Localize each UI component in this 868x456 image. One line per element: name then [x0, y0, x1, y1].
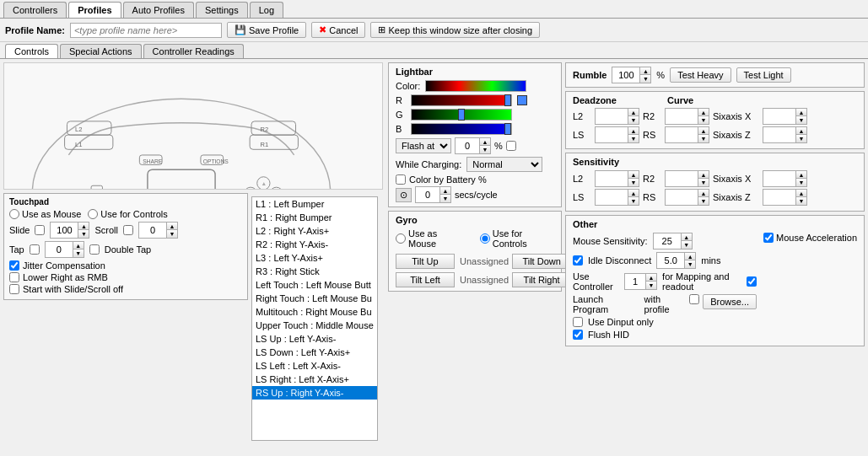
- idle-up[interactable]: ▲: [685, 253, 695, 260]
- list-item[interactable]: LS Left : Left X-Axis-: [252, 359, 377, 373]
- dz-rs-down[interactable]: ▼: [698, 135, 709, 142]
- dz-ls-down[interactable]: ▼: [628, 135, 639, 142]
- start-slide-checkbox[interactable]: [9, 284, 19, 294]
- sens-r2-value[interactable]: 1.00: [666, 171, 698, 186]
- sens-six-z-up[interactable]: ▲: [796, 190, 806, 197]
- profile-name-input[interactable]: [70, 23, 222, 38]
- r-slider[interactable]: [411, 94, 512, 106]
- dz-r2-down[interactable]: ▼: [698, 116, 709, 124]
- save-profile-button[interactable]: 💾 Save Profile: [227, 22, 306, 38]
- idle-value[interactable]: 5.0: [657, 253, 684, 268]
- flash-up-btn[interactable]: ▲: [480, 138, 490, 146]
- slide-value[interactable]: 100: [51, 223, 78, 238]
- color-battery-checkbox[interactable]: [396, 174, 406, 185]
- dz-ls-value[interactable]: 0.00: [596, 127, 628, 142]
- sens-sixaxis-z-value[interactable]: 1.00: [763, 190, 795, 205]
- launch-profile-checkbox[interactable]: [689, 294, 699, 304]
- browse-button[interactable]: Browse...: [703, 294, 757, 309]
- list-item[interactable]: L2 : Right Y-Axis+: [252, 224, 377, 238]
- slide-down-btn[interactable]: ▼: [78, 230, 89, 238]
- ctrl-down[interactable]: ▼: [646, 282, 656, 289]
- flash-checkbox[interactable]: [506, 141, 516, 151]
- sens-six-z-down[interactable]: ▼: [796, 197, 806, 205]
- list-item[interactable]: Upper Touch : Middle Mouse: [252, 319, 377, 332]
- touchpad-tap-checkbox[interactable]: [30, 244, 40, 255]
- dz-six-z-down[interactable]: ▼: [796, 135, 806, 142]
- use-dinput-checkbox[interactable]: [573, 317, 583, 327]
- b-slider[interactable]: [411, 123, 512, 135]
- rumble-up-btn[interactable]: ▲: [640, 67, 650, 75]
- dz-six-z-up[interactable]: ▲: [796, 127, 806, 135]
- sens-ls-value[interactable]: 1.00: [596, 190, 628, 205]
- secs-value[interactable]: [416, 187, 439, 202]
- idle-disconnect-checkbox[interactable]: [573, 255, 583, 266]
- flash-select[interactable]: Flash at: [396, 138, 451, 153]
- sens-r2-up[interactable]: ▲: [698, 171, 709, 179]
- tilt-left-btn[interactable]: Tilt Left: [396, 272, 455, 287]
- sens-ls-down[interactable]: ▼: [628, 197, 639, 205]
- flush-hid-checkbox[interactable]: [573, 330, 583, 340]
- sens-sixaxis-x-value[interactable]: 1.00: [763, 171, 795, 186]
- list-item[interactable]: R1 : Right Bumper: [252, 211, 377, 224]
- touchpad-doubletap-checkbox[interactable]: [89, 244, 100, 255]
- list-item[interactable]: RS Up : Right Y-Axis-: [252, 386, 377, 400]
- list-item[interactable]: Multitouch : Right Mouse Bu: [252, 305, 377, 319]
- slide-up-btn[interactable]: ▲: [78, 223, 89, 230]
- tilt-down-btn[interactable]: Tilt Down: [512, 254, 571, 269]
- charging-select[interactable]: Normal Pulse Blink: [466, 157, 542, 172]
- touchpad-scroll-checkbox[interactable]: [123, 225, 133, 235]
- tab-controllers[interactable]: Controllers: [3, 2, 67, 18]
- sens-six-x-down[interactable]: ▼: [796, 179, 806, 186]
- list-item[interactable]: Left Touch : Left Mouse Butt: [252, 278, 377, 292]
- mouse-sens-value[interactable]: 25: [654, 233, 681, 249]
- list-item[interactable]: LS Down : Left Y-Axis+: [252, 346, 377, 359]
- tap-value[interactable]: 0: [46, 242, 73, 257]
- tab-log[interactable]: Log: [250, 2, 283, 18]
- sens-rs-down[interactable]: ▼: [698, 197, 709, 205]
- sub-tab-special-actions[interactable]: Special Actions: [60, 44, 142, 58]
- tab-profiles[interactable]: Profiles: [68, 2, 121, 18]
- lower-right-rmb-checkbox[interactable]: [9, 272, 19, 282]
- sub-tab-controller-readings[interactable]: Controller Readings: [143, 44, 244, 58]
- mouse-accel-checkbox[interactable]: [763, 233, 774, 243]
- scroll-down-btn[interactable]: ▼: [167, 230, 177, 238]
- list-item[interactable]: LS Right : Left X-Axis+: [252, 373, 377, 386]
- dz-rs-value[interactable]: 0.00: [666, 127, 698, 142]
- gyro-use-controls-radio[interactable]: [480, 233, 490, 244]
- sens-six-x-up[interactable]: ▲: [796, 171, 806, 179]
- touchpad-use-controls-radio[interactable]: [88, 209, 98, 219]
- rumble-value[interactable]: 100: [612, 67, 639, 83]
- dz-six-x-down[interactable]: ▼: [796, 116, 806, 124]
- tilt-up-btn[interactable]: Tilt Up: [396, 254, 455, 269]
- tab-auto-profiles[interactable]: Auto Profiles: [123, 2, 194, 18]
- dz-l2-value[interactable]: 0.00: [596, 109, 628, 124]
- sens-rs-up[interactable]: ▲: [698, 190, 709, 197]
- rumble-down-btn[interactable]: ▼: [640, 75, 650, 83]
- mouse-sens-down[interactable]: ▼: [682, 241, 692, 249]
- sub-tab-controls[interactable]: Controls: [5, 44, 58, 58]
- sens-r2-down[interactable]: ▼: [698, 179, 709, 186]
- dz-r2-value[interactable]: 0.00: [666, 109, 698, 124]
- scroll-up-btn[interactable]: ▲: [167, 223, 177, 230]
- list-item[interactable]: LS Up : Left Y-Axis-: [252, 332, 377, 346]
- list-item[interactable]: R3 : Right Stick: [252, 265, 377, 278]
- sens-rs-value[interactable]: 1.00: [666, 190, 698, 205]
- sens-ls-up[interactable]: ▲: [628, 190, 639, 197]
- keep-window-button[interactable]: ⊞ Keep this window size after closing: [370, 22, 540, 38]
- list-item[interactable]: L1 : Left Bumper: [252, 197, 377, 211]
- binding-list[interactable]: L1 : Left BumperR1 : Right BumperL2 : Ri…: [251, 196, 378, 441]
- dz-l2-down[interactable]: ▼: [628, 116, 639, 124]
- test-light-btn[interactable]: Test Light: [736, 67, 791, 83]
- touchpad-use-mouse-radio[interactable]: [9, 209, 19, 219]
- tilt-right-btn[interactable]: Tilt Right: [512, 272, 571, 287]
- secs-up-btn[interactable]: ▲: [440, 187, 450, 195]
- scroll-value[interactable]: 0: [139, 223, 166, 238]
- sens-l2-up[interactable]: ▲: [628, 171, 639, 179]
- dz-rs-up[interactable]: ▲: [698, 127, 709, 135]
- ctrl-up[interactable]: ▲: [646, 274, 656, 282]
- dz-l2-up[interactable]: ▲: [628, 109, 639, 116]
- list-item[interactable]: L3 : Left Y-Axis+: [252, 251, 377, 265]
- tap-up-btn[interactable]: ▲: [73, 242, 84, 249]
- tab-settings[interactable]: Settings: [196, 2, 248, 18]
- jitter-checkbox[interactable]: [9, 260, 19, 271]
